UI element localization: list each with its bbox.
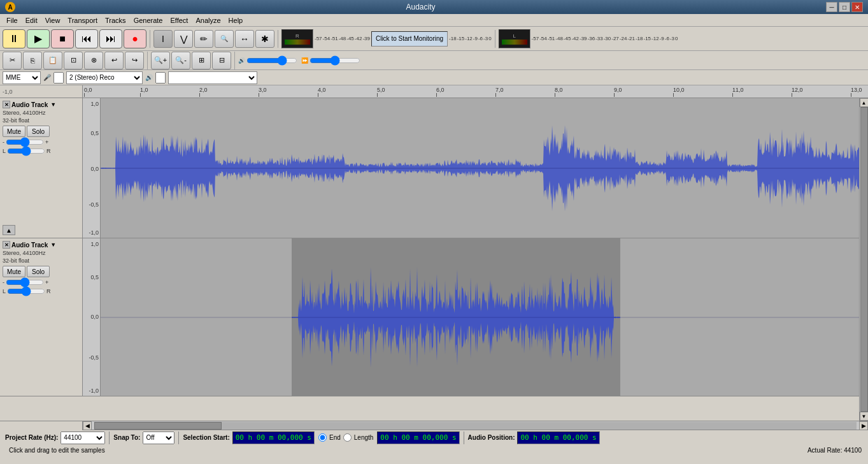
fit-view-button[interactable]: ⊞ bbox=[192, 52, 211, 69]
track1-collapse[interactable]: ▲ bbox=[3, 225, 80, 235]
track2-mute-solo: Mute Solo bbox=[3, 266, 80, 277]
menu-effect[interactable]: Effect bbox=[167, 15, 192, 25]
selection-start-input[interactable]: 00 h 00 m 00,000 s bbox=[232, 431, 315, 444]
menu-bar: File Edit View Transport Tracks Generate… bbox=[0, 14, 868, 27]
copy-button[interactable]: ⎘ bbox=[23, 52, 42, 69]
track1-close[interactable]: ✕ bbox=[3, 101, 10, 108]
track2-scale-05: 0,5 bbox=[90, 274, 99, 280]
menu-help[interactable]: Help bbox=[225, 15, 247, 25]
cut-button[interactable]: ✂ bbox=[3, 52, 22, 69]
status-content: Project Rate (Hz): 44100 Snap To: Off Se… bbox=[5, 430, 863, 456]
scroll-thumb[interactable] bbox=[860, 107, 868, 412]
speed-slider[interactable] bbox=[309, 55, 360, 66]
selection-tool[interactable]: I bbox=[153, 30, 173, 48]
start-monitoring-button[interactable]: Click to Start Monitoring bbox=[371, 31, 448, 47]
trim-button[interactable]: ⊡ bbox=[64, 52, 83, 69]
record-button[interactable]: ● bbox=[124, 29, 146, 48]
track2-scale-n05: -0,5 bbox=[89, 354, 99, 361]
track2-pan-right: R bbox=[46, 288, 51, 294]
silence-button[interactable]: ⊗ bbox=[84, 52, 103, 69]
volume-slider[interactable] bbox=[246, 55, 297, 66]
end-radio[interactable] bbox=[318, 433, 327, 442]
track1-waveform-area[interactable]: 1,0 0,5 0,0 -0,5 -1,0 bbox=[83, 98, 859, 238]
scrollbar-thumb[interactable] bbox=[94, 422, 222, 430]
close-button[interactable]: ✕ bbox=[851, 2, 863, 12]
mic-channels-input[interactable] bbox=[53, 72, 64, 83]
length-radio[interactable] bbox=[343, 433, 352, 442]
output-volume-input[interactable] bbox=[155, 72, 166, 83]
track1-collapse-btn[interactable]: ▲ bbox=[3, 225, 15, 235]
snap-to-group: Snap To: Off bbox=[113, 431, 174, 444]
track1-pan-slider[interactable] bbox=[7, 147, 45, 155]
timeshift-tool[interactable]: ↔ bbox=[235, 30, 254, 48]
menu-analyze[interactable]: Analyze bbox=[192, 15, 224, 25]
ruler-tick-10: 10,0 bbox=[673, 85, 685, 93]
track2-dropdown[interactable]: ▼ bbox=[50, 242, 56, 248]
track1-waveform-canvas[interactable] bbox=[101, 98, 859, 238]
ffwd-button[interactable]: ⏭ bbox=[99, 29, 122, 48]
paste-button[interactable]: 📋 bbox=[43, 52, 62, 69]
output-device-select[interactable] bbox=[168, 71, 257, 84]
minimize-button[interactable]: ─ bbox=[826, 2, 837, 12]
scroll-up-button[interactable]: ▲ bbox=[860, 98, 869, 107]
ruler-tick-13: 13,0 bbox=[851, 85, 862, 93]
status-sep3 bbox=[464, 431, 464, 444]
input-device-select[interactable]: 2 (Stereo) Reco bbox=[66, 71, 143, 84]
play-button[interactable]: ▶ bbox=[27, 29, 50, 48]
fit-vertically-button[interactable]: ⊟ bbox=[212, 52, 231, 69]
track1-y-scale: 1,0 0,5 0,0 -0,5 -1,0 bbox=[83, 98, 101, 238]
track2-pan-slider[interactable] bbox=[7, 287, 45, 295]
redo-button[interactable]: ↪ bbox=[125, 52, 144, 69]
track2-close[interactable]: ✕ bbox=[3, 241, 10, 249]
track1-gain-slider[interactable] bbox=[6, 138, 44, 146]
zoom-tool[interactable]: 🔍 bbox=[215, 30, 234, 48]
mic-icon: 🎤 bbox=[43, 74, 51, 81]
scroll-down-button[interactable]: ▼ bbox=[860, 412, 869, 421]
track1-pan-right: R bbox=[46, 148, 51, 154]
track2-gain-slider[interactable] bbox=[6, 279, 44, 286]
menu-tracks[interactable]: Tracks bbox=[101, 15, 130, 25]
track2-gain-minus: - bbox=[3, 279, 4, 286]
rewind-button[interactable]: ⏮ bbox=[75, 29, 98, 48]
app-icon: A bbox=[5, 2, 15, 12]
track1-mute-button[interactable]: Mute bbox=[3, 126, 25, 137]
status-bottom-row: Click and drag to edit the samples Actua… bbox=[5, 446, 863, 456]
scroll-right-button[interactable]: ▶ bbox=[859, 421, 868, 430]
restore-button[interactable]: □ bbox=[839, 2, 850, 12]
draw-tool[interactable]: ✏ bbox=[194, 30, 213, 48]
menu-generate[interactable]: Generate bbox=[130, 15, 167, 25]
undo-button[interactable]: ↩ bbox=[104, 52, 124, 69]
scrollbar-track bbox=[94, 422, 857, 430]
menu-edit[interactable]: Edit bbox=[22, 15, 41, 25]
track2-gain: - + bbox=[3, 279, 80, 286]
vu-scale: -57-54-51-48-45-42-39 bbox=[315, 36, 370, 41]
envelope-tool[interactable]: ⋁ bbox=[174, 30, 193, 48]
menu-transport[interactable]: Transport bbox=[64, 15, 101, 25]
stop-button[interactable]: ■ bbox=[51, 29, 74, 48]
selection-end-input[interactable]: 00 h 00 m 00,000 s bbox=[377, 431, 459, 444]
menu-view[interactable]: View bbox=[41, 15, 64, 25]
pause-button[interactable]: ⏸ bbox=[3, 29, 25, 48]
track1-dropdown[interactable]: ▼ bbox=[50, 101, 56, 108]
output-vu-label: L bbox=[502, 33, 527, 39]
multi-tool[interactable]: ✱ bbox=[255, 30, 274, 48]
track2-mute-button[interactable]: Mute bbox=[3, 266, 25, 277]
track1-solo-button[interactable]: Solo bbox=[27, 126, 50, 137]
track1-scale-0: 0,0 bbox=[90, 166, 99, 172]
track2-info: Stereo, 44100Hz32-bit float bbox=[3, 250, 80, 265]
menu-file[interactable]: File bbox=[3, 15, 22, 25]
track2-solo-button[interactable]: Solo bbox=[27, 266, 50, 277]
track1-gain: - + bbox=[3, 138, 80, 146]
scroll-left-button[interactable]: ◀ bbox=[83, 421, 92, 430]
audio-api-select[interactable]: MME bbox=[3, 71, 41, 84]
scroll-track-spacer bbox=[0, 421, 83, 430]
project-rate-select[interactable]: 44100 bbox=[60, 431, 105, 444]
track2-waveform-canvas[interactable] bbox=[101, 238, 859, 396]
vertical-scrollbar: ▲ ▼ bbox=[859, 98, 868, 421]
track2-waveform-area[interactable]: 1,0 0,5 0,0 -0,5 -1,0 bbox=[83, 238, 859, 396]
audio-position-input[interactable]: 00 h 00 m 00,000 s bbox=[517, 431, 599, 444]
zoom-in-button[interactable]: 🔍+ bbox=[151, 52, 170, 69]
snap-to-select[interactable]: Off bbox=[143, 431, 174, 444]
output-vu-container: L bbox=[499, 29, 530, 48]
zoom-out-button[interactable]: 🔍- bbox=[171, 52, 190, 69]
